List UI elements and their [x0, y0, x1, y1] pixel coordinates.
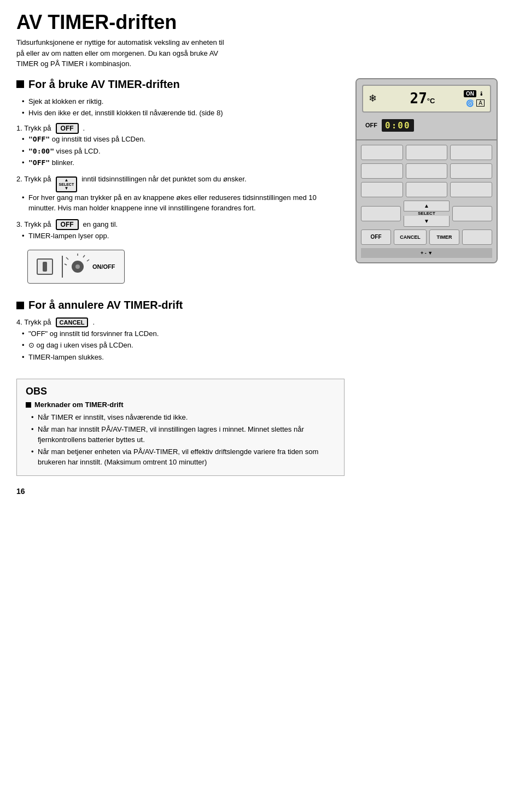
remote-btn-r4c1[interactable]: [361, 206, 401, 221]
remote-row1: [361, 145, 492, 160]
select-button-step2[interactable]: ▲ SELECT ▼: [56, 176, 78, 192]
diagram-btn-empty: [37, 258, 53, 275]
select-down-button[interactable]: ▼: [404, 216, 450, 227]
onoff-diagram: ON/OFF: [27, 250, 125, 284]
left-column: For å bruke AV TIMER-driften Sjek at klo…: [16, 78, 345, 496]
svg-line-2: [87, 260, 89, 261]
step1-bullet-2: "0:00" vises på LCD.: [22, 146, 345, 157]
remote-btn-r2c2[interactable]: [406, 163, 448, 179]
step3-text: en gang til.: [83, 219, 118, 231]
remote-top: ❄ 27 °C ON 🌡 🌀 A: [357, 79, 497, 140]
remote-btn-r1c2[interactable]: [406, 145, 448, 160]
obs-bullet-3: Når man betjener enheten via PÅ/AV-TIMER…: [31, 446, 335, 468]
remote-row4: ▲ SELECT ▼: [361, 201, 492, 227]
step3: 3. Trykk på OFF en gang til. TIMER-lampe…: [16, 219, 345, 288]
step2-text: inntil tidsinnstillingen når det punktet…: [81, 174, 246, 185]
obs-bullets: Når TIMER er innstilt, vises nåværende t…: [26, 412, 335, 468]
step4-bullet-1: "OFF" og innstilt tid forsvinner fra LCD…: [22, 328, 345, 339]
onoff-label: ON/OFF: [92, 263, 115, 270]
off-button-remote[interactable]: OFF: [361, 230, 391, 245]
intro-text: Tidsurfunksjonene er nyttige for automat…: [16, 37, 509, 69]
fan-icon: 🌀: [466, 99, 474, 107]
intro-bullet-1: Sjek at klokken er riktig.: [22, 96, 345, 107]
lcd-screen: ❄ 27 °C ON 🌡 🌀 A: [362, 85, 491, 113]
obs-bullet-2: Når man har innstilt PÅ/AV-TIMER, vil in…: [31, 424, 335, 445]
a-badge: A: [476, 99, 485, 107]
timer-button-remote[interactable]: TIMER: [429, 230, 459, 245]
off-button-step1[interactable]: OFF: [56, 123, 79, 134]
remote-btn-r3c1[interactable]: [361, 182, 403, 197]
step4-period: .: [92, 317, 95, 328]
remote-row2: [361, 163, 492, 179]
remote-bottom-row: OFF CANCEL TIMER: [361, 230, 492, 245]
step3-bullets: TIMER-lampen lyser opp.: [16, 231, 345, 242]
obs-bullet-1: Når TIMER er innstilt, vises nåværende t…: [31, 412, 335, 423]
remote-body: ▲ SELECT ▼ OFF CANCEL TIMER + - ▼: [357, 140, 497, 262]
celsius-symbol: °C: [427, 97, 435, 105]
step1-bullets: "OFF" og innstilt tid vises på LCDen. "0…: [16, 134, 345, 168]
select-label: SELECT: [418, 211, 435, 216]
step4-label: 4. Trykk på: [16, 317, 51, 328]
remote-btn-r3c2[interactable]: [406, 182, 448, 197]
remote-control-diagram: ❄ 27 °C ON 🌡 🌀 A: [355, 78, 498, 263]
snowflake-icon: ❄: [369, 92, 377, 104]
lcd-left: ❄: [369, 92, 377, 104]
right-column: ❄ 27 °C ON 🌡 🌀 A: [355, 78, 509, 496]
thermometer-icon: 🌡: [479, 90, 485, 97]
off-text-display: OFF: [365, 122, 377, 128]
on-badge: ON: [464, 90, 476, 97]
diagram-separator: [62, 256, 63, 278]
remote-btn-last[interactable]: [462, 230, 492, 245]
remote-btn-r4c3[interactable]: [452, 206, 492, 221]
step3-label: 3. Trykk på: [16, 219, 51, 231]
step4-bullet-3: TIMER-lampen slukkes.: [22, 352, 345, 363]
step1-bullet-3: "OFF" blinker.: [22, 157, 345, 168]
remote-btn-r2c3[interactable]: [450, 163, 492, 179]
step2: 2. Trykk på ▲ SELECT ▼ inntil tidsinnsti…: [16, 174, 345, 214]
lcd-info-row: 🌀 A: [466, 99, 485, 107]
lcd-temperature: 27: [410, 90, 427, 107]
step3-bullet-1: TIMER-lampen lyser opp.: [22, 231, 345, 242]
obs-sub-heading: Merknader om TIMER-drift: [26, 401, 335, 409]
lcd-temp-area: 27 °C: [406, 90, 435, 107]
select-up-button[interactable]: ▲: [404, 201, 450, 211]
step4: 4. Trykk på CANCEL . "OFF" og innstilt t…: [16, 317, 345, 362]
step4-bullets: "OFF" og innstilt tid forsvinner fra LCD…: [16, 328, 345, 363]
step1: 1. Trykk på OFF . "OFF" og innstilt tid …: [16, 123, 345, 168]
step1-period: .: [83, 123, 85, 134]
remote-row3: [361, 182, 492, 197]
section1-heading: For å bruke AV TIMER-driften: [16, 78, 345, 91]
intro-bullet-2: Hvis den ikke er det, innstill klokken t…: [22, 108, 345, 119]
time-display: 0:00: [382, 119, 414, 132]
section1-intro-bullets: Sjek at klokken er riktig. Hvis den ikke…: [16, 96, 345, 119]
lcd-bottom-display: OFF 0:00: [362, 117, 491, 134]
diagram-active-btn: [72, 261, 84, 273]
page-title: AV TIMER-driften: [16, 11, 509, 34]
select-group: ▲ SELECT ▼: [404, 201, 450, 227]
cancel-button-remote[interactable]: CANCEL: [394, 230, 427, 245]
svg-line-4: [65, 264, 67, 265]
remote-btn-r1c1[interactable]: [361, 145, 403, 160]
step2-label: 2. Trykk på: [16, 174, 51, 185]
step2-bullets: For hver gang man trykker på en av knapp…: [16, 192, 345, 214]
svg-line-3: [66, 257, 68, 260]
onoff-label-area: ON/OFF: [92, 263, 115, 270]
remote-btn-r1c3[interactable]: [450, 145, 492, 160]
section2: For å annulere AV TIMER-drift 4. Trykk p…: [16, 299, 345, 362]
step4-bullet-2: ⊙ og dag i uken vises på LCDen.: [22, 340, 345, 351]
remote-btn-r2c1[interactable]: [361, 163, 403, 179]
radiate-lines: [64, 253, 91, 280]
lcd-right-area: ON 🌡 🌀 A: [464, 90, 485, 107]
btn-line-icon: [43, 262, 47, 272]
step1-label: 1. Trykk på: [16, 123, 51, 134]
page-number: 16: [16, 487, 345, 496]
obs-title: OBS: [26, 386, 335, 397]
step1-bullet-1: "OFF" og innstilt tid vises på LCDen.: [22, 134, 345, 145]
lcd-top-row: ON 🌡: [464, 90, 485, 97]
remote-btn-r3c3[interactable]: [450, 182, 492, 197]
svg-line-1: [83, 255, 85, 257]
cancel-button-step4[interactable]: CANCEL: [56, 317, 89, 327]
section2-heading: For å annulere AV TIMER-drift: [16, 299, 345, 311]
off-button-step3[interactable]: OFF: [56, 219, 79, 230]
remote-bottom-bar: + - ▼: [361, 248, 492, 258]
